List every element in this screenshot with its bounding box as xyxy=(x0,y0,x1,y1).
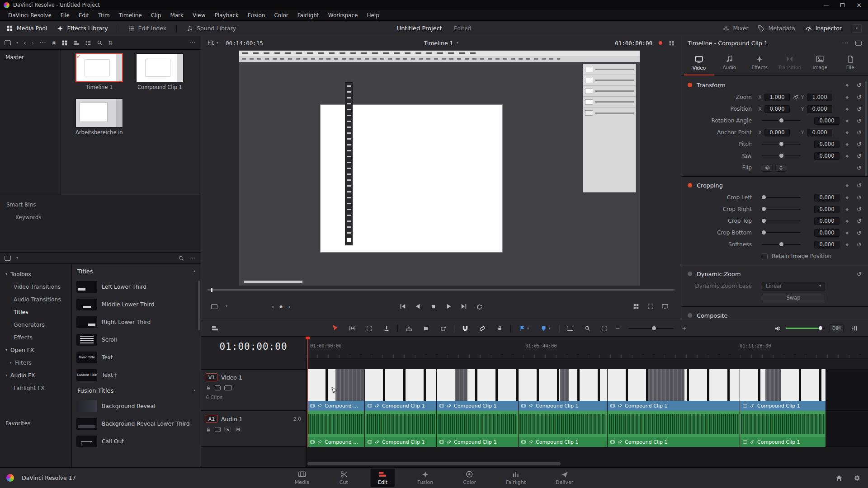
close-button[interactable]: × xyxy=(856,1,862,9)
keyframe-icon[interactable]: ◆ xyxy=(845,230,849,235)
page-tab-color[interactable]: Color xyxy=(456,469,483,487)
viewer-clip-timecode[interactable]: 00:14:00:15 xyxy=(226,40,263,47)
video-track-header[interactable]: V1 Video 1 6 Clips xyxy=(201,369,306,411)
page-tab-edit[interactable]: Edit xyxy=(371,469,395,487)
inspector-more-button[interactable]: ··· xyxy=(842,40,849,47)
timeline-video-clip[interactable]: Compound Clip 1 xyxy=(519,369,608,411)
keyframe-icon[interactable]: ◆ xyxy=(845,154,849,158)
titles-scrollbar[interactable] xyxy=(198,281,200,330)
keyframe-icon[interactable]: ◆ xyxy=(845,183,849,188)
flip-horizontal-button[interactable] xyxy=(762,164,773,172)
effects-panel-chevron[interactable]: ▾ xyxy=(16,256,18,260)
back-button[interactable]: ‹ xyxy=(24,39,26,47)
keyframe-icon[interactable]: ◆ xyxy=(845,107,849,111)
next-marker-button[interactable]: › xyxy=(288,303,290,310)
trim-edit-mode-button[interactable] xyxy=(346,323,359,334)
reset-icon[interactable]: ↺ xyxy=(857,141,862,148)
list-view-button[interactable] xyxy=(85,40,91,46)
anchor-x-value[interactable]: 0.000 xyxy=(764,129,790,136)
keyframe-icon[interactable]: ◆ xyxy=(845,142,849,146)
playhead[interactable] xyxy=(307,337,308,447)
sort-button[interactable]: ⇅ xyxy=(108,40,113,46)
jog-bar[interactable] xyxy=(208,289,675,291)
menu-item-workspace[interactable]: Workspace xyxy=(324,12,363,19)
edit-index-toggle[interactable]: Edit Index xyxy=(128,25,167,32)
effects-more-button[interactable]: ··· xyxy=(189,255,196,262)
media-clip-card-compound-clip-1[interactable]: Compound Clip 1 xyxy=(136,53,184,90)
reset-icon[interactable]: ↺ xyxy=(857,117,862,124)
custom-edit-overlay-button[interactable] xyxy=(564,323,576,334)
dynamic-zoom-enable-toggle[interactable] xyxy=(688,272,692,276)
inspector-toggle[interactable]: Inspector xyxy=(805,25,842,32)
tab-transition[interactable]: Transition xyxy=(774,50,805,75)
keyframe-icon[interactable]: ◆ xyxy=(845,83,849,87)
rotation-angle-slider[interactable] xyxy=(762,120,801,121)
position-y-value[interactable]: 0.000 xyxy=(807,105,832,113)
page-tab-deliver[interactable]: Deliver xyxy=(548,469,580,487)
crop-left-slider[interactable] xyxy=(762,197,801,198)
sound-library-toggle[interactable]: Sound Library xyxy=(187,25,236,32)
marker-button[interactable]: ▾ xyxy=(537,323,554,334)
zoom-detail-button[interactable] xyxy=(581,323,594,334)
audio-track-header[interactable]: A1 Audio 1 2.0 S M xyxy=(201,411,306,447)
audio-fx-header[interactable]: ▾Audio FX xyxy=(0,369,71,382)
title-item-text-plus[interactable]: Custom Title Text+ xyxy=(72,366,201,384)
minimize-button[interactable]: — xyxy=(824,2,829,8)
settings-button[interactable] xyxy=(854,474,861,482)
metadata-toggle[interactable]: Metadata xyxy=(758,25,795,32)
reset-icon[interactable]: ↺ xyxy=(857,182,862,189)
bin-panel-icon[interactable] xyxy=(5,40,11,45)
timeline-video-clip[interactable]: Compound Clip 1 xyxy=(740,369,826,411)
camera-icon[interactable]: ◉ xyxy=(52,40,57,46)
crop-bottom-value[interactable]: 0.000 xyxy=(814,229,840,237)
home-button[interactable] xyxy=(835,474,843,482)
flip-vertical-button[interactable] xyxy=(775,164,786,172)
title-item-middle-lower-third[interactable]: Middle Lower Third xyxy=(72,296,201,313)
favorites-header[interactable]: Favorites xyxy=(0,417,71,430)
reset-icon[interactable]: ↺ xyxy=(857,230,862,236)
link-xy-icon[interactable] xyxy=(792,94,800,100)
multicam-view-button[interactable] xyxy=(633,303,639,310)
effects-search-icon[interactable] xyxy=(178,255,184,261)
media-clip-card-arbeitsbereiche[interactable]: Arbeitsbereiche in... xyxy=(75,99,123,136)
playhead-handle[interactable] xyxy=(306,337,310,339)
jog-handle[interactable] xyxy=(211,288,212,292)
pitch-slider[interactable] xyxy=(762,144,801,145)
open-fx-header[interactable]: ▾Open FX xyxy=(0,344,71,357)
reset-icon[interactable]: ↺ xyxy=(857,218,862,225)
viewer-timecode[interactable]: 01:00:00:00 xyxy=(615,40,652,47)
menu-item-help[interactable]: Help xyxy=(362,12,383,19)
reset-icon[interactable]: ↺ xyxy=(857,241,862,248)
tab-image[interactable]: Image xyxy=(805,50,835,75)
viewer-grid-icon[interactable] xyxy=(669,40,675,46)
softness-slider[interactable] xyxy=(762,244,801,245)
audio-volume-slider[interactable] xyxy=(786,328,825,329)
loop-button[interactable] xyxy=(476,303,483,310)
timeline-video-clip[interactable]: Compound Clip 1 xyxy=(608,369,740,411)
menu-item-davinci-resolve[interactable]: DaVinci Resolve xyxy=(4,12,56,19)
replace-clip-button[interactable] xyxy=(437,323,449,334)
speaker-icon[interactable] xyxy=(774,325,782,332)
retain-image-position-checkbox[interactable] xyxy=(762,253,768,259)
title-item-right-lower-third[interactable]: Right Lower Third xyxy=(72,313,201,331)
keyframe-icon[interactable]: ◆ xyxy=(845,118,849,123)
smart-bins-label[interactable]: Smart Bins xyxy=(0,195,201,208)
sidebar-item-fairlight-fx[interactable]: Fairlight FX xyxy=(0,382,71,394)
effects-panel-icon[interactable] xyxy=(5,256,11,261)
yaw-slider[interactable] xyxy=(762,155,801,156)
menu-item-playback[interactable]: Playback xyxy=(210,12,243,19)
selection-mode-button[interactable] xyxy=(329,323,341,334)
reset-icon[interactable]: ↺ xyxy=(857,153,862,160)
timeline-timecode[interactable]: 01:00:00:00 xyxy=(201,341,306,352)
keyframe-icon[interactable]: ◆ xyxy=(845,195,849,200)
track-enable-icon[interactable] xyxy=(224,385,232,390)
keyframe-icon[interactable]: ◆ xyxy=(845,242,849,247)
timeline-audio-clip[interactable]: Compound Clip 1 xyxy=(519,411,608,447)
dynamic-zoom-ease-select[interactable]: Linear ▾ xyxy=(762,282,825,291)
timeline-audio-clip[interactable]: Compound Clip 1 xyxy=(740,411,826,447)
maximize-button[interactable] xyxy=(840,3,844,7)
more-button[interactable]: ··· xyxy=(39,39,46,46)
overlay-chevron[interactable]: ▾ xyxy=(226,305,227,308)
title-item-background-reveal[interactable]: Background Reveal xyxy=(72,397,201,415)
crop-left-value[interactable]: 0.000 xyxy=(814,194,840,202)
